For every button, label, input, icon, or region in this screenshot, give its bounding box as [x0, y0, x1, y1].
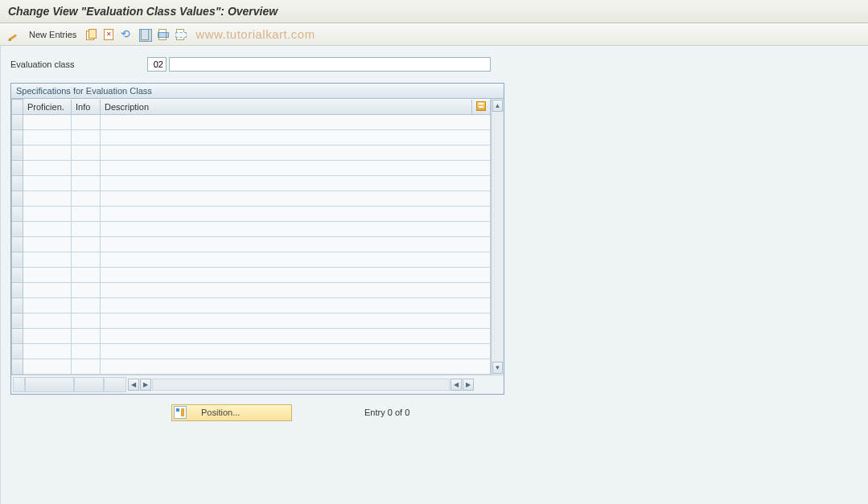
table-row[interactable]	[12, 191, 491, 206]
row-selector[interactable]	[12, 206, 23, 221]
row-selector[interactable]	[12, 252, 23, 267]
cell-info[interactable]	[72, 252, 101, 267]
horizontal-scrollbar[interactable]: ◀ ▶ ◀ ▶	[128, 379, 474, 391]
cell-info[interactable]	[72, 129, 101, 145]
cell-info[interactable]	[72, 221, 101, 236]
table-row[interactable]	[12, 328, 491, 343]
cell-proficiency[interactable]	[23, 267, 72, 282]
row-selector[interactable]	[12, 236, 23, 252]
cell-proficiency[interactable]	[23, 221, 72, 236]
cell-proficiency[interactable]	[23, 175, 72, 191]
cell-description[interactable]	[101, 297, 491, 313]
position-button[interactable]: Position...	[171, 404, 292, 421]
cell-description[interactable]	[101, 267, 491, 282]
cell-proficiency[interactable]	[23, 145, 72, 160]
table-row[interactable]	[12, 282, 491, 297]
undo-icon[interactable]	[120, 27, 134, 42]
cell-description[interactable]	[101, 282, 491, 297]
row-selector[interactable]	[12, 114, 23, 129]
hscroll-left-icon[interactable]: ◀	[128, 379, 139, 391]
row-selector[interactable]	[12, 175, 23, 191]
cell-proficiency[interactable]	[23, 191, 72, 206]
cell-description[interactable]	[101, 359, 491, 374]
cell-proficiency[interactable]	[23, 359, 72, 374]
cell-description[interactable]	[101, 206, 491, 221]
row-selector[interactable]	[12, 282, 23, 297]
cell-info[interactable]	[72, 145, 101, 160]
table-row[interactable]	[12, 206, 491, 221]
table-row[interactable]	[12, 236, 491, 252]
cell-info[interactable]	[72, 191, 101, 206]
table-row[interactable]	[12, 313, 491, 328]
select-block-icon[interactable]	[155, 27, 170, 42]
cell-info[interactable]	[72, 297, 101, 313]
cell-proficiency[interactable]	[23, 282, 72, 297]
table-row[interactable]	[12, 129, 491, 145]
cell-info[interactable]	[72, 160, 101, 175]
cell-description[interactable]	[101, 129, 491, 145]
col-header-description[interactable]: Description	[101, 100, 472, 115]
row-selector[interactable]	[12, 160, 23, 175]
table-row[interactable]	[12, 297, 491, 313]
scroll-track-v[interactable]	[492, 113, 504, 361]
cell-description[interactable]	[101, 236, 491, 252]
cell-description[interactable]	[101, 328, 491, 343]
cell-info[interactable]	[72, 114, 101, 129]
cell-info[interactable]	[72, 343, 101, 359]
hscroll-left2-icon[interactable]: ◀	[450, 379, 462, 391]
cell-info[interactable]	[72, 267, 101, 282]
vertical-scrollbar[interactable]: ▲ ▼	[491, 99, 504, 375]
row-selector[interactable]	[12, 191, 23, 206]
scroll-up-icon[interactable]: ▲	[492, 100, 503, 112]
copy-as-icon[interactable]	[84, 27, 99, 42]
delete-icon[interactable]	[102, 27, 117, 42]
cell-info[interactable]	[72, 236, 101, 252]
row-selector[interactable]	[12, 343, 23, 359]
cell-proficiency[interactable]	[23, 160, 72, 175]
cell-proficiency[interactable]	[23, 129, 72, 145]
table-row[interactable]	[12, 114, 491, 129]
cell-proficiency[interactable]	[23, 328, 72, 343]
cell-info[interactable]	[72, 313, 101, 328]
table-row[interactable]	[12, 267, 491, 282]
cell-description[interactable]	[101, 160, 491, 175]
hscroll-track[interactable]	[152, 379, 450, 391]
table-row[interactable]	[12, 359, 491, 374]
row-selector[interactable]	[12, 359, 23, 374]
evaluation-class-input[interactable]	[147, 57, 167, 72]
cell-proficiency[interactable]	[23, 343, 72, 359]
deselect-all-icon[interactable]	[173, 27, 187, 42]
cell-proficiency[interactable]	[23, 297, 72, 313]
cell-description[interactable]	[101, 114, 491, 129]
row-selector[interactable]	[12, 145, 23, 160]
col-header-proficiency[interactable]: Proficien.	[23, 100, 72, 115]
col-header-info[interactable]: Info	[72, 100, 101, 115]
cell-proficiency[interactable]	[23, 252, 72, 267]
cell-proficiency[interactable]	[23, 206, 72, 221]
evaluation-class-desc-input[interactable]	[169, 57, 491, 72]
cell-proficiency[interactable]	[23, 114, 72, 129]
row-selector[interactable]	[12, 129, 23, 145]
new-entries-button[interactable]: New Entries	[24, 30, 81, 39]
cell-description[interactable]	[101, 252, 491, 267]
table-row[interactable]	[12, 343, 491, 359]
table-row[interactable]	[12, 160, 491, 175]
table-row[interactable]	[12, 221, 491, 236]
table-row[interactable]	[12, 175, 491, 191]
hscroll-right-icon[interactable]: ▶	[140, 379, 151, 391]
change-icon[interactable]	[6, 27, 21, 42]
cell-info[interactable]	[72, 359, 101, 374]
row-selector[interactable]	[12, 297, 23, 313]
row-selector[interactable]	[12, 221, 23, 236]
select-all-icon[interactable]	[138, 27, 152, 42]
cell-description[interactable]	[101, 145, 491, 160]
cell-info[interactable]	[72, 282, 101, 297]
table-config-icon[interactable]	[472, 100, 491, 115]
row-selector[interactable]	[12, 313, 23, 328]
row-selector[interactable]	[12, 328, 23, 343]
cell-info[interactable]	[72, 328, 101, 343]
row-selector[interactable]	[12, 267, 23, 282]
table-row[interactable]	[12, 145, 491, 160]
cell-info[interactable]	[72, 175, 101, 191]
cell-description[interactable]	[101, 175, 491, 191]
